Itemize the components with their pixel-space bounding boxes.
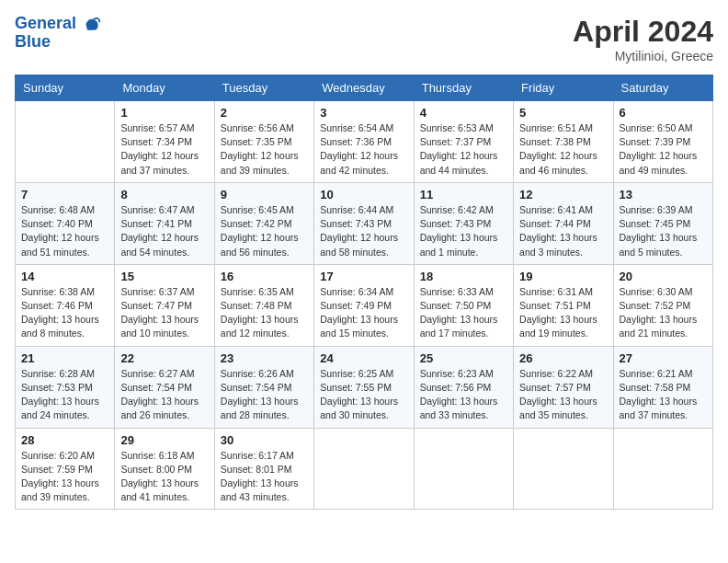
calendar-table: SundayMondayTuesdayWednesdayThursdayFrid…: [15, 75, 713, 510]
day-number: 6: [620, 106, 707, 120]
day-info: Sunrise: 6:47 AMSunset: 7:41 PMDaylight:…: [120, 203, 208, 259]
day-number: 8: [120, 188, 208, 201]
day-cell: 27 Sunrise: 6:21 AMSunset: 7:58 PMDaylig…: [613, 346, 712, 428]
day-cell: 8 Sunrise: 6:47 AMSunset: 7:41 PMDayligh…: [115, 182, 214, 264]
logo: General Blue: [15, 15, 101, 52]
day-cell: 26 Sunrise: 6:22 AMSunset: 7:57 PMDaylig…: [514, 346, 613, 428]
day-cell: 16 Sunrise: 6:35 AMSunset: 7:48 PMDaylig…: [214, 264, 313, 346]
day-info: Sunrise: 6:38 AMSunset: 7:46 PMDaylight:…: [21, 285, 108, 341]
day-info: Sunrise: 6:31 AMSunset: 7:51 PMDaylight:…: [519, 285, 607, 341]
day-cell: 17 Sunrise: 6:34 AMSunset: 7:49 PMDaylig…: [314, 264, 414, 346]
day-cell: 5 Sunrise: 6:51 AMSunset: 7:38 PMDayligh…: [514, 101, 613, 183]
day-number: 10: [320, 188, 407, 201]
day-info: Sunrise: 6:56 AMSunset: 7:35 PMDaylight:…: [221, 121, 308, 178]
day-number: 27: [620, 351, 707, 365]
day-info: Sunrise: 6:26 AMSunset: 7:54 PMDaylight:…: [221, 367, 308, 423]
logo-line1: General: [15, 14, 76, 32]
header: General Blue April 2024 Mytilinioi, Gree…: [15, 15, 713, 63]
title-area: April 2024 Mytilinioi, Greece: [573, 15, 713, 63]
day-info: Sunrise: 6:28 AMSunset: 7:53 PMDaylight:…: [21, 367, 108, 423]
day-number: 3: [320, 106, 407, 120]
day-info: Sunrise: 6:39 AMSunset: 7:45 PMDaylight:…: [620, 203, 707, 259]
day-cell: 11 Sunrise: 6:42 AMSunset: 7:43 PMDaylig…: [414, 182, 513, 264]
day-number: 1: [120, 106, 208, 120]
day-number: 15: [120, 270, 208, 283]
location-title: Mytilinioi, Greece: [573, 49, 713, 63]
day-info: Sunrise: 6:44 AMSunset: 7:43 PMDaylight:…: [320, 203, 407, 259]
day-info: Sunrise: 6:35 AMSunset: 7:48 PMDaylight:…: [221, 285, 308, 341]
day-cell: 2 Sunrise: 6:56 AMSunset: 7:35 PMDayligh…: [214, 101, 313, 183]
day-info: Sunrise: 6:22 AMSunset: 7:57 PMDaylight:…: [519, 367, 607, 423]
day-info: Sunrise: 6:21 AMSunset: 7:58 PMDaylight:…: [620, 367, 707, 423]
day-cell: 6 Sunrise: 6:50 AMSunset: 7:39 PMDayligh…: [613, 101, 712, 183]
day-number: 17: [320, 270, 407, 283]
day-number: 23: [221, 351, 308, 365]
col-header-sunday: Sunday: [16, 75, 115, 101]
week-row-3: 14 Sunrise: 6:38 AMSunset: 7:46 PMDaylig…: [16, 264, 713, 346]
day-number: 11: [420, 188, 507, 201]
day-number: 13: [620, 188, 707, 201]
logo-line2: Blue: [15, 33, 101, 52]
day-info: Sunrise: 6:23 AMSunset: 7:56 PMDaylight:…: [420, 367, 507, 423]
day-cell: 30 Sunrise: 6:17 AMSunset: 8:01 PMDaylig…: [214, 428, 313, 510]
day-cell: 12 Sunrise: 6:41 AMSunset: 7:44 PMDaylig…: [514, 182, 613, 264]
day-number: 4: [420, 106, 507, 120]
day-number: 24: [320, 351, 407, 365]
week-row-1: 1 Sunrise: 6:57 AMSunset: 7:34 PMDayligh…: [16, 101, 713, 183]
day-number: 26: [519, 351, 607, 365]
col-header-friday: Friday: [514, 75, 613, 101]
day-cell: 1 Sunrise: 6:57 AMSunset: 7:34 PMDayligh…: [115, 101, 214, 183]
day-number: 16: [221, 270, 308, 283]
col-header-monday: Monday: [115, 75, 214, 101]
day-cell: 29 Sunrise: 6:18 AMSunset: 8:00 PMDaylig…: [115, 428, 214, 510]
day-cell: [514, 428, 613, 510]
day-info: Sunrise: 6:20 AMSunset: 7:59 PMDaylight:…: [21, 449, 108, 505]
day-cell: 25 Sunrise: 6:23 AMSunset: 7:56 PMDaylig…: [414, 346, 513, 428]
day-cell: 14 Sunrise: 6:38 AMSunset: 7:46 PMDaylig…: [16, 264, 115, 346]
day-info: Sunrise: 6:17 AMSunset: 8:01 PMDaylight:…: [221, 449, 308, 505]
day-info: Sunrise: 6:27 AMSunset: 7:54 PMDaylight:…: [120, 367, 208, 423]
day-cell: 24 Sunrise: 6:25 AMSunset: 7:55 PMDaylig…: [314, 346, 414, 428]
day-info: Sunrise: 6:42 AMSunset: 7:43 PMDaylight:…: [420, 203, 507, 259]
day-cell: 23 Sunrise: 6:26 AMSunset: 7:54 PMDaylig…: [214, 346, 313, 428]
day-info: Sunrise: 6:48 AMSunset: 7:40 PMDaylight:…: [21, 203, 108, 259]
logo-text: General: [15, 15, 101, 33]
day-cell: 3 Sunrise: 6:54 AMSunset: 7:36 PMDayligh…: [314, 101, 414, 183]
day-cell: [613, 428, 712, 510]
day-cell: 4 Sunrise: 6:53 AMSunset: 7:37 PMDayligh…: [414, 101, 513, 183]
week-row-4: 21 Sunrise: 6:28 AMSunset: 7:53 PMDaylig…: [16, 346, 713, 428]
day-cell: 19 Sunrise: 6:31 AMSunset: 7:51 PMDaylig…: [514, 264, 613, 346]
day-info: Sunrise: 6:30 AMSunset: 7:52 PMDaylight:…: [620, 285, 707, 341]
day-cell: 7 Sunrise: 6:48 AMSunset: 7:40 PMDayligh…: [16, 182, 115, 264]
col-header-wednesday: Wednesday: [314, 75, 414, 101]
month-title: April 2024: [573, 15, 713, 49]
day-info: Sunrise: 6:37 AMSunset: 7:47 PMDaylight:…: [120, 285, 208, 341]
header-row: SundayMondayTuesdayWednesdayThursdayFrid…: [16, 75, 713, 101]
day-number: 29: [120, 433, 208, 447]
day-cell: [414, 428, 513, 510]
day-info: Sunrise: 6:33 AMSunset: 7:50 PMDaylight:…: [420, 285, 507, 341]
day-cell: 15 Sunrise: 6:37 AMSunset: 7:47 PMDaylig…: [115, 264, 214, 346]
day-number: 18: [420, 270, 507, 283]
day-info: Sunrise: 6:41 AMSunset: 7:44 PMDaylight:…: [519, 203, 607, 259]
day-info: Sunrise: 6:34 AMSunset: 7:49 PMDaylight:…: [320, 285, 407, 341]
week-row-5: 28 Sunrise: 6:20 AMSunset: 7:59 PMDaylig…: [16, 428, 713, 510]
day-info: Sunrise: 6:18 AMSunset: 8:00 PMDaylight:…: [120, 449, 208, 505]
col-header-tuesday: Tuesday: [214, 75, 313, 101]
day-info: Sunrise: 6:54 AMSunset: 7:36 PMDaylight:…: [320, 121, 407, 178]
day-number: 22: [120, 351, 208, 365]
day-number: 20: [620, 270, 707, 283]
col-header-saturday: Saturday: [613, 75, 712, 101]
day-info: Sunrise: 6:57 AMSunset: 7:34 PMDaylight:…: [120, 121, 208, 178]
day-number: 7: [21, 188, 108, 201]
logo-icon: [83, 15, 101, 33]
day-info: Sunrise: 6:51 AMSunset: 7:38 PMDaylight:…: [519, 121, 607, 178]
day-cell: [314, 428, 414, 510]
day-number: 19: [519, 270, 607, 283]
day-number: 21: [21, 351, 108, 365]
day-cell: [16, 101, 115, 183]
day-cell: 28 Sunrise: 6:20 AMSunset: 7:59 PMDaylig…: [16, 428, 115, 510]
day-cell: 10 Sunrise: 6:44 AMSunset: 7:43 PMDaylig…: [314, 182, 414, 264]
day-cell: 13 Sunrise: 6:39 AMSunset: 7:45 PMDaylig…: [613, 182, 712, 264]
day-cell: 9 Sunrise: 6:45 AMSunset: 7:42 PMDayligh…: [214, 182, 313, 264]
